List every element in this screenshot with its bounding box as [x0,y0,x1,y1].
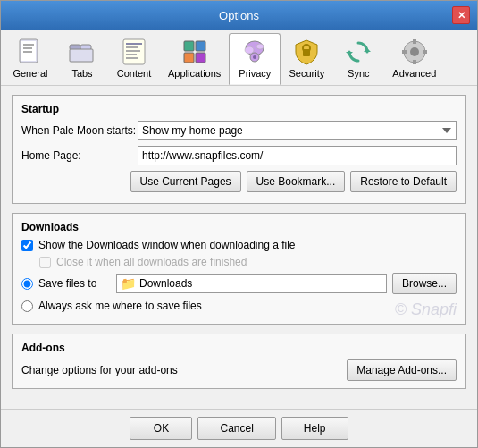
tab-applications-label: Applications [168,68,221,79]
startup-section: Startup When Pale Moon starts: Show my h… [12,95,466,204]
toolbar: General Tabs [1,30,477,86]
close-when-row: Close it when all downloads are finished [21,256,457,268]
svg-rect-15 [196,41,205,51]
show-downloads-row: Show the Downloads window when downloadi… [21,239,457,251]
startup-label: Startup [21,103,457,115]
homepage-row: Home Page: [21,146,457,165]
options-window: Options ✕ General [0,0,478,448]
tab-applications[interactable]: Applications [160,33,229,85]
downloads-path-box: 📁 Downloads [116,274,387,293]
help-button[interactable]: Help [281,417,348,440]
addons-row: Change options for your add-ons Manage A… [21,359,457,381]
addons-description: Change options for your add-ons [21,364,178,376]
svg-rect-12 [126,54,137,55]
svg-marker-26 [346,52,353,55]
downloads-label: Downloads [21,221,457,233]
svg-rect-29 [413,39,416,44]
use-current-pages-button[interactable]: Use Current Pages [130,171,241,192]
tab-tabs[interactable]: Tabs [56,33,108,85]
svg-point-19 [245,46,254,54]
sync-icon [344,38,373,66]
homepage-input[interactable] [138,146,457,165]
tab-tabs-label: Tabs [71,68,92,79]
cancel-button[interactable]: Cancel [197,417,275,440]
tab-advanced-label: Advanced [392,68,436,79]
advanced-icon [400,38,429,66]
tab-security-label: Security [289,68,324,79]
tab-privacy[interactable]: Privacy [229,33,281,85]
tab-sync[interactable]: Sync [332,33,384,85]
svg-rect-2 [23,44,34,46]
svg-rect-10 [126,46,138,48]
tab-content-label: Content [117,68,152,79]
use-bookmark-button[interactable]: Use Bookmark... [247,171,346,192]
folder-icon: 📁 [121,276,136,291]
svg-point-22 [253,55,256,59]
tabs-icon [68,38,96,66]
close-when-label: Close it when all downloads are finished [56,256,247,268]
always-ask-label: Always ask me where to save files [38,300,202,312]
save-files-row: Save files to 📁 Downloads Browse... [21,273,457,294]
window-title: Options [26,9,452,22]
title-bar: Options ✕ [1,1,477,30]
svg-point-28 [410,47,419,56]
privacy-icon [240,38,269,66]
svg-rect-16 [184,53,194,63]
save-files-label: Save files to [38,277,96,290]
svg-rect-11 [126,50,140,52]
addons-section: Add-ons Change options for your add-ons … [12,334,466,389]
tab-general[interactable]: General [4,33,56,85]
tab-advanced[interactable]: Advanced [384,33,444,85]
startup-buttons: Use Current Pages Use Bookmark... Restor… [21,171,457,192]
svg-rect-13 [126,57,138,59]
svg-rect-17 [196,53,205,63]
svg-rect-30 [413,60,416,64]
always-ask-radio[interactable] [21,300,33,312]
always-ask-row: Always ask me where to save files [21,300,457,312]
tab-security[interactable]: Security [281,33,332,85]
manage-addons-button[interactable]: Manage Add-ons... [347,359,457,381]
show-downloads-checkbox[interactable] [21,240,33,251]
ok-button[interactable]: OK [130,417,192,440]
tab-content[interactable]: Content [108,33,160,85]
svg-rect-31 [402,50,407,54]
addons-label: Add-ons [21,342,457,354]
save-files-radio[interactable] [21,278,33,290]
homepage-label: Home Page: [21,149,138,162]
restore-default-button[interactable]: Restore to Default [350,171,457,192]
content-icon [120,38,148,66]
svg-rect-3 [23,47,32,49]
tab-general-label: General [13,68,47,79]
svg-marker-25 [364,48,371,52]
save-path-text: Downloads [139,277,192,290]
startup-dropdown[interactable]: Show my home page Show blank page Show m… [138,121,457,140]
close-button[interactable]: ✕ [452,6,470,24]
close-when-checkbox[interactable] [39,257,51,268]
svg-rect-7 [70,49,93,62]
tab-sync-label: Sync [348,68,369,79]
startup-row: When Pale Moon starts: Show my home page… [21,121,457,140]
show-downloads-label: Show the Downloads window when downloadi… [38,239,296,251]
svg-rect-32 [423,50,427,54]
when-label: When Pale Moon starts: [21,124,138,137]
browse-button[interactable]: Browse... [392,273,457,294]
svg-rect-14 [184,41,194,51]
svg-point-20 [256,44,264,49]
general-icon [16,38,45,66]
content-area: Startup When Pale Moon starts: Show my h… [1,86,477,409]
svg-rect-4 [23,51,32,53]
tab-privacy-label: Privacy [239,68,271,79]
downloads-section: Downloads Show the Downloads window when… [12,213,466,325]
applications-icon [180,38,209,66]
security-icon [292,38,321,66]
footer: OK Cancel Help [1,409,477,447]
svg-rect-9 [126,43,142,45]
